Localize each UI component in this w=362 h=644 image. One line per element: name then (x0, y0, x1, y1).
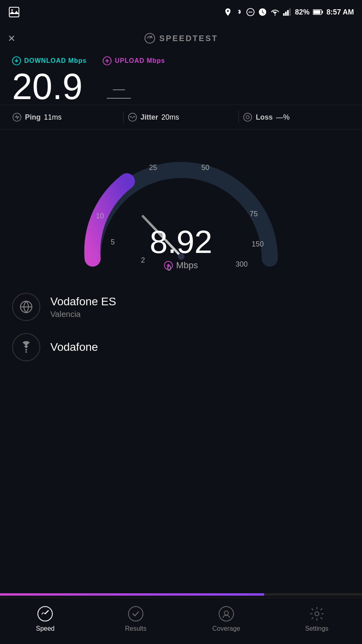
signal-icon (283, 8, 292, 16)
svg-rect-8 (289, 8, 291, 16)
loss-icon (243, 112, 252, 122)
gauge-section: 0 2 5 10 25 50 75 150 300 (0, 130, 362, 279)
header: × SPEEDTEST (0, 24, 362, 52)
svg-text:300: 300 (235, 260, 247, 268)
location-icon (223, 8, 232, 17)
svg-point-19 (246, 116, 249, 119)
nav-settings-icon (309, 606, 325, 622)
ping-label: Ping (25, 113, 41, 122)
speed-section: DOWNLOAD Mbps UPLOAD Mbps 20.9 — (0, 52, 362, 105)
nav-coverage-icon (218, 606, 234, 622)
provider-network-item: Vodafone (12, 327, 350, 367)
gauge-speed-number: 8.92 (150, 226, 213, 258)
nav-coverage-label: Coverage (212, 625, 240, 632)
svg-rect-5 (283, 13, 285, 16)
nav-results-label: Results (125, 625, 146, 632)
gauge-center-value: 8.92 Mbps (150, 226, 213, 271)
bottom-nav: Speed Results Coverage Settings (0, 598, 362, 644)
wifi-provider-icon (19, 341, 33, 353)
bluetooth-icon (236, 8, 243, 17)
status-time: 8:57 AM (327, 8, 354, 17)
nav-speed-label: Speed (36, 625, 54, 632)
progress-bar-container (0, 593, 362, 596)
status-bar: 82% 8:57 AM (0, 0, 362, 24)
speed-values: 20.9 — (12, 68, 350, 105)
nav-settings-label: Settings (305, 625, 329, 632)
download-label: DOWNLOAD Mbps (12, 56, 87, 65)
metric-loss: Loss —% (243, 112, 350, 122)
loss-label: Loss (256, 113, 273, 122)
svg-text:25: 25 (149, 164, 157, 172)
svg-text:10: 10 (95, 212, 103, 220)
close-button[interactable]: × (8, 31, 15, 45)
download-value: 20.9 (12, 68, 83, 105)
ping-icon (12, 112, 22, 122)
provider-section: Vodafone ES Valencia Vodafone (0, 279, 362, 375)
upload-value: — (107, 82, 131, 99)
battery-icon (313, 9, 323, 15)
svg-point-34 (25, 351, 27, 353)
jitter-value: 20ms (161, 113, 179, 122)
alarm-icon (258, 8, 267, 17)
provider-network-name: Vodafone (50, 341, 98, 354)
progress-bar-fill (0, 593, 264, 596)
gauge-container: 0 2 5 10 25 50 75 150 300 (68, 138, 294, 275)
svg-point-39 (315, 612, 319, 616)
svg-point-2 (11, 9, 13, 11)
nav-speed-icon (37, 606, 53, 622)
svg-point-36 (128, 607, 143, 621)
svg-text:2: 2 (141, 256, 145, 264)
provider-isp-info: Vodafone ES Valencia (50, 295, 116, 319)
jitter-label: Jitter (141, 113, 158, 122)
svg-point-37 (219, 607, 234, 621)
loss-value: —% (276, 113, 290, 122)
status-right: 82% 8:57 AM (223, 8, 354, 17)
divider-2 (238, 111, 239, 123)
gauge-unit-text: Mbps (176, 260, 198, 271)
upload-label-text: UPLOAD Mbps (115, 57, 165, 64)
provider-wifi-circle (12, 333, 40, 361)
download-label-text: DOWNLOAD Mbps (24, 57, 87, 64)
svg-rect-10 (322, 11, 323, 13)
svg-point-17 (128, 113, 137, 121)
dnd-icon (246, 8, 255, 17)
svg-point-18 (244, 113, 252, 121)
divider-1 (123, 111, 124, 123)
svg-marker-1 (9, 11, 19, 14)
svg-text:75: 75 (249, 210, 257, 218)
svg-text:150: 150 (251, 240, 263, 248)
battery-percent: 82% (295, 8, 310, 17)
status-left (8, 6, 20, 18)
metric-ping: Ping 11ms (12, 112, 119, 122)
svg-point-38 (224, 611, 228, 615)
nav-speed[interactable]: Speed (0, 606, 91, 632)
nav-coverage[interactable]: Coverage (181, 606, 272, 632)
jitter-icon (128, 112, 137, 122)
gauge-unit: Mbps (150, 260, 213, 271)
svg-rect-7 (287, 10, 289, 16)
globe-icon (19, 300, 33, 314)
svg-rect-11 (313, 10, 320, 14)
header-title: SPEEDTEST (144, 33, 218, 44)
svg-rect-6 (285, 12, 287, 16)
upload-label: UPLOAD Mbps (103, 56, 165, 65)
nav-results[interactable]: Results (91, 606, 181, 632)
provider-isp-item: Vodafone ES Valencia (12, 287, 350, 327)
speedtest-logo-icon (144, 33, 155, 44)
header-title-text: SPEEDTEST (159, 34, 218, 43)
provider-globe-circle (12, 293, 40, 321)
upload-arrow-icon (103, 56, 112, 65)
ping-value: 11ms (44, 113, 62, 122)
metric-jitter: Jitter 20ms (128, 112, 235, 122)
download-arrow-icon (12, 56, 21, 65)
gauge-upload-icon (164, 261, 173, 270)
provider-location: Valencia (50, 310, 116, 319)
svg-text:50: 50 (201, 164, 209, 172)
nav-results-icon (128, 606, 144, 622)
provider-isp-name: Vodafone ES (50, 295, 116, 308)
speed-labels: DOWNLOAD Mbps UPLOAD Mbps (12, 56, 350, 65)
svg-rect-0 (9, 7, 19, 17)
svg-text:5: 5 (110, 238, 114, 246)
gallery-icon (8, 6, 20, 18)
nav-settings[interactable]: Settings (271, 606, 362, 632)
